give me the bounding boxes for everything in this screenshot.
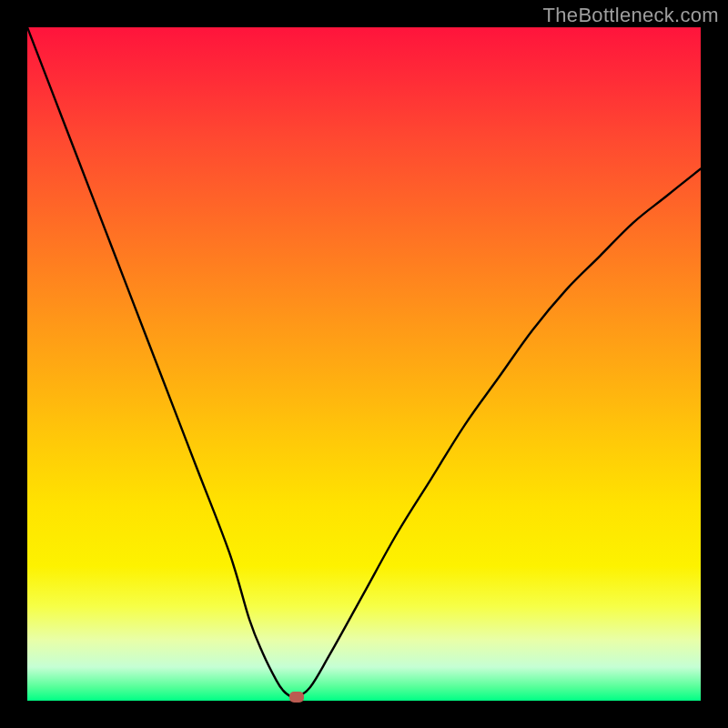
- plot-area: [27, 27, 701, 701]
- chart-container: TheBottleneck.com: [0, 0, 728, 728]
- optimal-point-marker: [289, 692, 304, 703]
- bottleneck-curve: [27, 27, 701, 701]
- watermark-text: TheBottleneck.com: [543, 4, 719, 27]
